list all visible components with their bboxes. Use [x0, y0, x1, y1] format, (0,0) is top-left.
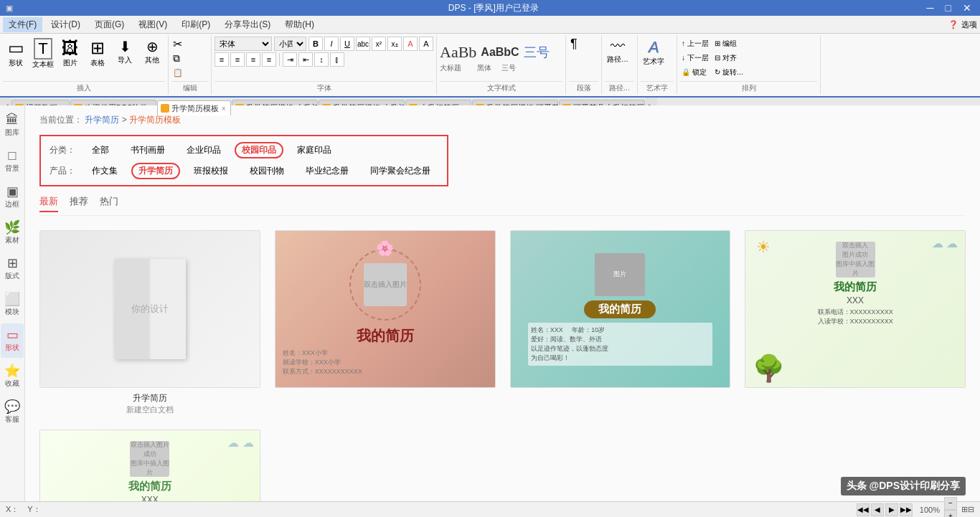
sidebar-item-collect[interactable]: ⭐ 收藏	[1, 359, 24, 394]
align-right-button[interactable]: ≡	[246, 52, 260, 67]
sidebar-label-collect: 收藏	[5, 379, 19, 389]
ribbon-btn-send-back[interactable]: ↓ 下一层	[680, 51, 710, 65]
nav-next-button[interactable]: ▶	[885, 503, 898, 516]
close-button[interactable]: ✕	[960, 2, 974, 14]
ribbon-btn-import[interactable]: ⬇ 导入	[112, 37, 138, 67]
menu-page[interactable]: 页面(G)	[89, 17, 130, 32]
linespace-button[interactable]: ↕	[314, 52, 329, 67]
ribbon-btn-lock[interactable]: 🔒 锁定	[680, 65, 710, 80]
template-card-green[interactable]: ☀ ☁ ☁ 双击插入图片成功图库中插入图片 我的简历 XXX 联系电话：XXXX…	[745, 230, 966, 415]
sidebar-item-shape[interactable]: ▭ 形状	[1, 323, 24, 358]
ribbon-btn-shape[interactable]: ▭ 形状	[3, 37, 29, 70]
ribbon-btn-path[interactable]: 〰 路径…	[605, 37, 631, 66]
highlight-button[interactable]: A	[419, 37, 433, 51]
menu-help[interactable]: 帮助(H)	[279, 17, 320, 32]
main-content: 当前位置： 升学简历 > 升学简历模板 分类： 全部 书刊画册 企业印品 校园印…	[25, 105, 980, 501]
filter-tag-all[interactable]: 全部	[84, 142, 117, 158]
filter-tag-resume[interactable]: 升学简历	[131, 163, 180, 179]
template-thumb-blank: 你的设计	[39, 230, 260, 388]
menu-print[interactable]: 印刷(P)	[176, 17, 216, 32]
ribbon-btn-rotate[interactable]: ↻ 旋转…	[713, 65, 745, 80]
outdent-button[interactable]: ⇤	[298, 52, 313, 67]
menu-file[interactable]: 文件(F)	[3, 17, 42, 32]
align-left-button[interactable]: ≡	[215, 52, 229, 67]
ribbon-btn-paragraph[interactable]: ¶	[569, 37, 579, 51]
filter-tag-family[interactable]: 家庭印品	[289, 142, 339, 158]
italic-button[interactable]: I	[324, 37, 339, 51]
sort-tab-hot[interactable]: 热门	[100, 195, 118, 212]
ribbon-btn-table[interactable]: ⊞ 表格	[85, 37, 110, 70]
nav-prev-button[interactable]: ◀	[871, 503, 884, 516]
ribbon-group-font-label: 字体	[215, 81, 433, 93]
filter-tag-newsletter[interactable]: 班报校报	[186, 163, 236, 179]
menu-bar: 文件(F) 设计(D) 页面(G) 视图(V) 印刷(P) 分享导出(S) 帮助…	[0, 16, 980, 34]
underline-button[interactable]: U	[340, 37, 354, 51]
zoom-in-button[interactable]: +	[944, 510, 957, 518]
template-card-blank[interactable]: 你的设计 升学简历 新建空白文档	[39, 230, 260, 415]
nav-last-button[interactable]: ▶▶	[900, 503, 913, 516]
sidebar-item-border[interactable]: ▣ 边框	[1, 180, 24, 214]
subscript-button[interactable]: x₂	[387, 37, 402, 51]
template-card-pink[interactable]: 🌸 双击插入图片 我的简历 姓名：XXX小学 就读学校：XXX小学 联系方式：X…	[275, 230, 496, 415]
sidebar-item-material[interactable]: 🌿 素材	[1, 216, 24, 250]
superscript-button[interactable]: x²	[372, 37, 386, 51]
filter-tag-book[interactable]: 书刊画册	[123, 142, 173, 158]
sidebar-item-service[interactable]: 💬 客服	[1, 395, 24, 430]
options-button[interactable]: 选项	[961, 19, 977, 30]
template-card-lightgreen[interactable]: ☁ ☁ 双击插入图片成功图库中插入图片 我的简历 XXX 联系电话：XXXXXX…	[39, 430, 260, 501]
filter-tag-schoolpub[interactable]: 校园刊物	[242, 163, 292, 179]
sidebar-item-library[interactable]: 🏛 图库	[1, 108, 24, 143]
sidebar-label-shape: 形状	[5, 343, 19, 353]
minimize-button[interactable]: ─	[924, 2, 937, 14]
ribbon-btn-align[interactable]: ⊟ 对齐	[713, 51, 745, 65]
filter-tag-enterprise[interactable]: 企业印品	[179, 142, 229, 158]
style-sample-black[interactable]: AaBbC	[481, 46, 519, 59]
template-thumb-lightgreen: ☁ ☁ 双击插入图片成功图库中插入图片 我的简历 XXX 联系电话：XXXXXX…	[39, 430, 260, 501]
sidebar-item-background[interactable]: □ 背景	[1, 144, 24, 179]
filter-tag-campus[interactable]: 校园印品	[235, 142, 283, 158]
ribbon-group-artword-label: 艺术字	[641, 81, 674, 93]
font-color-button[interactable]: A	[403, 37, 418, 51]
style-sample-3[interactable]: 三号	[524, 44, 550, 61]
nav-first-button[interactable]: ◀◀	[857, 503, 870, 516]
ribbon-btn-cut[interactable]: ✂	[171, 37, 184, 51]
style-sample-heading[interactable]: AaBb	[440, 43, 476, 62]
tab-close-template[interactable]: ×	[222, 105, 226, 113]
ribbon-btn-image[interactable]: 🖼 图片	[57, 37, 83, 70]
module-icon: ⬜	[4, 293, 20, 305]
menu-view[interactable]: 视图(V)	[133, 17, 173, 32]
filter-tag-yearbook[interactable]: 毕业纪念册	[298, 163, 357, 179]
columns-button[interactable]: ⫿	[330, 52, 344, 67]
bold-button[interactable]: B	[308, 37, 323, 51]
ribbon-btn-copy[interactable]: ⧉	[171, 51, 184, 65]
align-justify-button[interactable]: ≡	[262, 52, 276, 67]
ribbon-btn-bring-forward[interactable]: ↑ 上一层	[680, 37, 710, 51]
filter-tag-essay[interactable]: 作文集	[84, 163, 126, 179]
maximize-button[interactable]: □	[943, 2, 954, 14]
align-center-button[interactable]: ≡	[230, 52, 245, 67]
style-label-3: 三号	[501, 63, 516, 73]
help-icon[interactable]: ❓	[948, 20, 958, 29]
ribbon-btn-group[interactable]: ⊞ 编组	[713, 37, 745, 51]
tab-template[interactable]: 升学简历模板 ×	[157, 100, 231, 116]
font-size-select[interactable]: 小四	[274, 37, 306, 51]
collect-icon: ⭐	[4, 364, 20, 377]
ribbon-btn-textbox[interactable]: T 文本框	[30, 37, 56, 71]
menu-share[interactable]: 分享导出(S)	[219, 17, 276, 32]
breadcrumb-parent[interactable]: 升学简历	[85, 115, 119, 125]
menu-design[interactable]: 设计(D)	[45, 17, 86, 32]
ribbon-btn-other[interactable]: ⊕ 其他	[139, 37, 165, 67]
ribbon-btn-paste-special[interactable]: 📋	[171, 65, 184, 80]
zoom-out-button[interactable]: −	[944, 497, 957, 510]
sidebar-item-format[interactable]: ⊞ 版式	[1, 252, 24, 286]
indent-button[interactable]: ⇥	[283, 52, 297, 67]
strikethrough-button[interactable]: abc	[356, 37, 370, 51]
border-icon: ▣	[6, 185, 19, 198]
ribbon-btn-artword[interactable]: A 艺术字	[641, 37, 666, 68]
font-name-select[interactable]: 宋体	[215, 37, 272, 51]
template-card-teal[interactable]: 图片 我的简历 姓名：XXX 年龄：10岁 爱好：阅读、数学、外语 以足迹作笔迹…	[510, 230, 731, 415]
filter-tag-reunion[interactable]: 同学聚会纪念册	[362, 163, 438, 179]
sidebar-item-module[interactable]: ⬜ 模块	[1, 288, 24, 322]
sort-tab-newest[interactable]: 最新	[39, 195, 58, 212]
sort-tab-recommended[interactable]: 推荐	[70, 195, 88, 212]
